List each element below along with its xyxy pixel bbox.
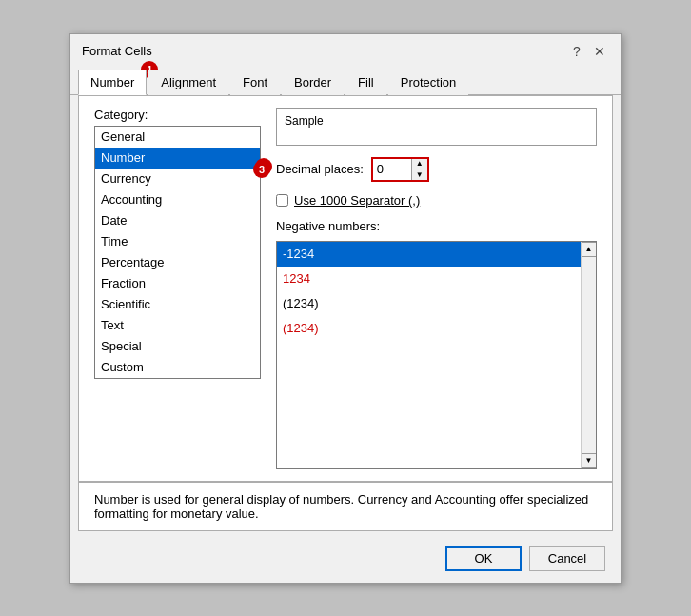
tab-border[interactable]: Border <box>282 70 344 95</box>
negative-item-2[interactable]: (1234) <box>277 291 581 316</box>
description-area: Number is used for general display of nu… <box>78 482 613 531</box>
category-custom[interactable]: Custom <box>95 357 260 378</box>
ok-button[interactable]: OK <box>445 546 522 571</box>
decimal-label: Decimal places: <box>276 162 364 176</box>
category-scientific[interactable]: Scientific <box>95 294 260 315</box>
help-button[interactable]: ? <box>567 42 586 61</box>
negative-scrollbar[interactable]: ▲ ▼ <box>581 242 596 468</box>
close-button[interactable]: ✕ <box>590 42 609 61</box>
decimal-input[interactable] <box>373 159 411 180</box>
tab-fill[interactable]: Fill <box>346 70 386 95</box>
category-time[interactable]: Time <box>95 231 260 252</box>
left-list-wrap: General Number Currency Accounting Date … <box>94 126 261 379</box>
separator-label[interactable]: Use 1000 Separator (,) <box>276 193 420 208</box>
negative-item-3[interactable]: (1234) <box>277 316 581 341</box>
separator-checkbox[interactable] <box>276 194 288 207</box>
tab-protection[interactable]: Protection <box>388 70 469 95</box>
left-panel: Category: General Number Currency Accoun… <box>94 108 261 469</box>
separator-text: Use 1000 Separator (,) <box>294 193 420 208</box>
negative-list[interactable]: -1234 1234 (1234) (1234) <box>277 242 581 468</box>
category-number[interactable]: Number <box>95 148 260 169</box>
category-text[interactable]: Text <box>95 315 260 336</box>
tab-font[interactable]: Font <box>230 70 280 95</box>
negative-item-0[interactable]: -1234 <box>277 242 581 267</box>
tab-alignment[interactable]: Alignment <box>148 70 228 95</box>
tabs-row: Number 1 Alignment Font Border Fill Prot… <box>70 69 621 95</box>
category-currency[interactable]: Currency <box>95 169 260 189</box>
sample-section: Sample <box>276 108 597 146</box>
separator-row: Use 1000 Separator (,) <box>276 193 597 208</box>
title-controls: ? ✕ <box>567 42 609 61</box>
spinner-down[interactable]: ▼ <box>412 169 427 180</box>
description-text: Number is used for general display of nu… <box>94 492 588 521</box>
scroll-down-btn[interactable]: ▼ <box>582 453 597 468</box>
category-list[interactable]: General Number Currency Accounting Date … <box>94 126 261 379</box>
sample-label: Sample <box>285 114 588 128</box>
spinner-buttons: ▲ ▼ <box>411 159 427 180</box>
title-bar: Format Cells ? ✕ <box>70 34 621 65</box>
negative-list-wrap: -1234 1234 (1234) (1234) ▲ ▼ <box>276 241 597 469</box>
decimal-input-wrap: ▲ ▼ <box>371 157 429 182</box>
negative-label: Negative numbers: <box>276 219 597 233</box>
dialog-title: Format Cells <box>82 44 152 58</box>
scroll-up-btn[interactable]: ▲ <box>582 242 597 257</box>
content-inner: Category: General Number Currency Accoun… <box>94 108 597 469</box>
category-percentage[interactable]: Percentage <box>95 252 260 273</box>
category-fraction[interactable]: Fraction <box>95 273 260 294</box>
category-date[interactable]: Date <box>95 210 260 231</box>
category-accounting[interactable]: Accounting <box>95 189 260 210</box>
decimal-row: 3 Decimal places: ▲ ▼ <box>276 157 597 182</box>
negative-item-1[interactable]: 1234 <box>277 267 581 291</box>
main-content: Category: General Number Currency Accoun… <box>78 95 613 482</box>
category-label: Category: <box>94 108 261 122</box>
footer: OK Cancel <box>70 539 621 583</box>
spinner-up[interactable]: ▲ <box>412 159 427 169</box>
format-cells-dialog: Format Cells ? ✕ Number 1 Alignment Font… <box>69 33 622 584</box>
category-general[interactable]: General <box>95 127 260 148</box>
cancel-button[interactable]: Cancel <box>529 546 605 571</box>
tab-number-wrap: Number 1 <box>78 69 148 94</box>
badge-3: 3 <box>253 161 270 178</box>
tab-number[interactable]: Number <box>78 70 147 95</box>
right-panel: Sample 3 Decimal places: ▲ ▼ <box>276 108 597 469</box>
category-special[interactable]: Special <box>95 336 260 357</box>
